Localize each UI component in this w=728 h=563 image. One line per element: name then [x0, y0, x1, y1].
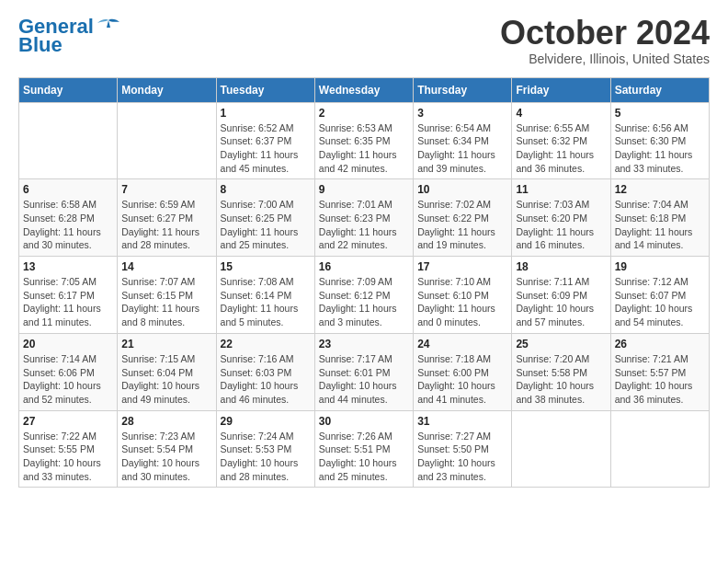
day-number: 11	[516, 183, 606, 196]
day-header-friday: Friday	[512, 77, 610, 102]
day-detail: Sunrise: 7:10 AM Sunset: 6:10 PM Dayligh…	[417, 275, 507, 329]
calendar-cell: 26Sunrise: 7:21 AM Sunset: 5:57 PM Dayli…	[610, 333, 709, 410]
calendar-cell: 20Sunrise: 7:14 AM Sunset: 6:06 PM Dayli…	[19, 333, 118, 410]
calendar-cell: 13Sunrise: 7:05 AM Sunset: 6:17 PM Dayli…	[19, 257, 118, 334]
day-number: 3	[417, 107, 507, 120]
calendar-cell: 4Sunrise: 6:55 AM Sunset: 6:32 PM Daylig…	[512, 102, 610, 179]
day-detail: Sunrise: 7:09 AM Sunset: 6:12 PM Dayligh…	[319, 275, 409, 329]
calendar-cell: 25Sunrise: 7:20 AM Sunset: 5:58 PM Dayli…	[512, 333, 610, 410]
day-detail: Sunrise: 7:05 AM Sunset: 6:17 PM Dayligh…	[23, 275, 113, 329]
calendar-table: SundayMondayTuesdayWednesdayThursdayFrid…	[18, 77, 710, 488]
calendar-cell	[19, 102, 118, 179]
day-header-monday: Monday	[118, 77, 216, 102]
day-number: 8	[221, 183, 311, 196]
day-number: 5	[615, 107, 705, 120]
day-number: 27	[23, 415, 113, 428]
day-number: 22	[221, 338, 311, 350]
day-detail: Sunrise: 7:23 AM Sunset: 5:54 PM Dayligh…	[121, 430, 211, 484]
calendar-cell: 2Sunrise: 6:53 AM Sunset: 6:35 PM Daylig…	[314, 102, 413, 179]
calendar-cell: 24Sunrise: 7:18 AM Sunset: 6:00 PM Dayli…	[414, 333, 512, 410]
day-header-tuesday: Tuesday	[216, 77, 314, 102]
calendar-cell: 6Sunrise: 6:58 AM Sunset: 6:28 PM Daylig…	[19, 179, 118, 257]
calendar-cell: 27Sunrise: 7:22 AM Sunset: 5:55 PM Dayli…	[19, 410, 118, 488]
calendar-cell: 21Sunrise: 7:15 AM Sunset: 6:04 PM Dayli…	[118, 333, 216, 410]
calendar-cell: 22Sunrise: 7:16 AM Sunset: 6:03 PM Dayli…	[216, 333, 314, 410]
day-number: 21	[121, 338, 211, 350]
day-number: 16	[319, 260, 409, 273]
calendar-cell: 5Sunrise: 6:56 AM Sunset: 6:30 PM Daylig…	[610, 102, 709, 179]
day-detail: Sunrise: 7:20 AM Sunset: 5:58 PM Dayligh…	[516, 352, 606, 407]
day-number: 7	[121, 183, 211, 196]
day-number: 9	[319, 183, 409, 196]
calendar-cell: 31Sunrise: 7:27 AM Sunset: 5:50 PM Dayli…	[414, 410, 512, 488]
day-detail: Sunrise: 6:59 AM Sunset: 6:27 PM Dayligh…	[121, 198, 211, 252]
day-number: 18	[516, 260, 606, 273]
calendar-cell: 8Sunrise: 7:00 AM Sunset: 6:25 PM Daylig…	[216, 179, 314, 257]
day-header-wednesday: Wednesday	[314, 77, 413, 102]
day-detail: Sunrise: 7:18 AM Sunset: 6:00 PM Dayligh…	[417, 352, 507, 407]
calendar-cell: 28Sunrise: 7:23 AM Sunset: 5:54 PM Dayli…	[118, 410, 216, 488]
day-detail: Sunrise: 7:21 AM Sunset: 5:57 PM Dayligh…	[615, 352, 705, 407]
day-detail: Sunrise: 7:14 AM Sunset: 6:06 PM Dayligh…	[23, 352, 113, 407]
day-number: 23	[319, 338, 409, 350]
day-number: 14	[121, 260, 211, 273]
calendar-cell: 7Sunrise: 6:59 AM Sunset: 6:27 PM Daylig…	[118, 179, 216, 257]
day-number: 2	[319, 107, 409, 120]
day-number: 28	[121, 415, 211, 428]
calendar-cell: 18Sunrise: 7:11 AM Sunset: 6:09 PM Dayli…	[512, 257, 610, 334]
day-number: 17	[417, 260, 507, 273]
main-title: October 2024	[500, 15, 710, 52]
day-detail: Sunrise: 7:16 AM Sunset: 6:03 PM Dayligh…	[221, 352, 311, 407]
day-detail: Sunrise: 7:15 AM Sunset: 6:04 PM Dayligh…	[121, 352, 211, 407]
day-detail: Sunrise: 6:56 AM Sunset: 6:30 PM Dayligh…	[615, 121, 705, 176]
calendar-cell: 30Sunrise: 7:26 AM Sunset: 5:51 PM Dayli…	[314, 410, 413, 488]
day-detail: Sunrise: 6:54 AM Sunset: 6:34 PM Dayligh…	[417, 121, 507, 176]
day-number: 24	[417, 338, 507, 350]
day-number: 12	[615, 183, 705, 196]
day-detail: Sunrise: 7:04 AM Sunset: 6:18 PM Dayligh…	[615, 198, 705, 252]
day-detail: Sunrise: 7:12 AM Sunset: 6:07 PM Dayligh…	[615, 275, 705, 329]
calendar-cell	[118, 102, 216, 179]
day-detail: Sunrise: 7:08 AM Sunset: 6:14 PM Dayligh…	[221, 275, 311, 329]
calendar-cell: 3Sunrise: 6:54 AM Sunset: 6:34 PM Daylig…	[414, 102, 512, 179]
calendar-cell: 11Sunrise: 7:03 AM Sunset: 6:20 PM Dayli…	[512, 179, 610, 257]
day-detail: Sunrise: 6:58 AM Sunset: 6:28 PM Dayligh…	[23, 198, 113, 252]
calendar-cell: 29Sunrise: 7:24 AM Sunset: 5:53 PM Dayli…	[216, 410, 314, 488]
day-number: 10	[417, 183, 507, 196]
calendar-cell: 9Sunrise: 7:01 AM Sunset: 6:23 PM Daylig…	[314, 179, 413, 257]
day-number: 30	[319, 415, 409, 428]
day-number: 13	[23, 260, 113, 273]
day-detail: Sunrise: 6:52 AM Sunset: 6:37 PM Dayligh…	[221, 121, 311, 176]
calendar-cell	[610, 410, 709, 488]
day-number: 15	[221, 260, 311, 273]
day-detail: Sunrise: 7:01 AM Sunset: 6:23 PM Dayligh…	[319, 198, 409, 252]
calendar-cell: 19Sunrise: 7:12 AM Sunset: 6:07 PM Dayli…	[610, 257, 709, 334]
day-detail: Sunrise: 7:24 AM Sunset: 5:53 PM Dayligh…	[221, 430, 311, 484]
day-detail: Sunrise: 7:26 AM Sunset: 5:51 PM Dayligh…	[319, 430, 409, 484]
page-header: General Blue October 2024 Belvidere, Ill…	[18, 15, 710, 66]
day-detail: Sunrise: 6:53 AM Sunset: 6:35 PM Dayligh…	[319, 121, 409, 176]
calendar-cell: 16Sunrise: 7:09 AM Sunset: 6:12 PM Dayli…	[314, 257, 413, 334]
calendar-cell: 14Sunrise: 7:07 AM Sunset: 6:15 PM Dayli…	[118, 257, 216, 334]
day-number: 1	[221, 107, 311, 120]
day-number: 4	[516, 107, 606, 120]
day-number: 29	[221, 415, 311, 428]
calendar-cell: 1Sunrise: 6:52 AM Sunset: 6:37 PM Daylig…	[216, 102, 314, 179]
day-number: 25	[516, 338, 606, 350]
day-detail: Sunrise: 7:17 AM Sunset: 6:01 PM Dayligh…	[319, 352, 409, 407]
day-number: 6	[23, 183, 113, 196]
calendar-cell: 17Sunrise: 7:10 AM Sunset: 6:10 PM Dayli…	[414, 257, 512, 334]
calendar-cell	[512, 410, 610, 488]
day-number: 31	[417, 415, 507, 428]
day-header-saturday: Saturday	[610, 77, 709, 102]
day-detail: Sunrise: 7:07 AM Sunset: 6:15 PM Dayligh…	[121, 275, 211, 329]
title-block: October 2024 Belvidere, Illinois, United…	[500, 15, 710, 66]
day-detail: Sunrise: 7:02 AM Sunset: 6:22 PM Dayligh…	[417, 198, 507, 252]
day-header-thursday: Thursday	[414, 77, 512, 102]
day-number: 20	[23, 338, 113, 350]
calendar-cell: 12Sunrise: 7:04 AM Sunset: 6:18 PM Dayli…	[610, 179, 709, 257]
calendar-cell: 23Sunrise: 7:17 AM Sunset: 6:01 PM Dayli…	[314, 333, 413, 410]
day-detail: Sunrise: 7:03 AM Sunset: 6:20 PM Dayligh…	[516, 198, 606, 252]
day-number: 26	[615, 338, 705, 350]
subtitle: Belvidere, Illinois, United States	[500, 52, 710, 66]
